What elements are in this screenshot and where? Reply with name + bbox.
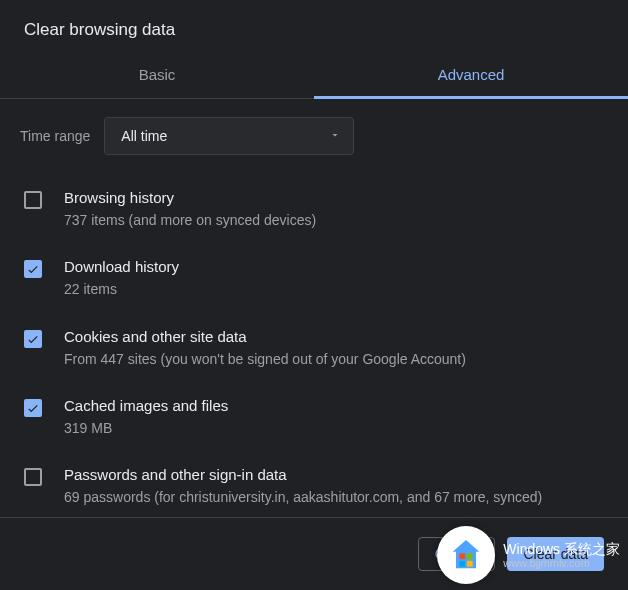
option-sub: 319 MB [64,418,604,438]
option-passwords[interactable]: Passwords and other sign-in data 69 pass… [20,456,608,517]
tab-basic[interactable]: Basic [0,52,314,98]
checkbox-cached[interactable] [24,399,42,417]
dialog-title: Clear browsing data [0,0,628,52]
option-browsing-history[interactable]: Browsing history 737 items (and more on … [20,179,608,240]
time-range-select[interactable]: All time [104,117,354,155]
option-sub: 737 items (and more on synced devices) [64,210,604,230]
options-scroll-area[interactable]: Time range All time Browsing history 737… [0,99,628,518]
checkbox-download-history[interactable] [24,260,42,278]
option-title: Cached images and files [64,397,604,414]
time-range-row: Time range All time [20,117,608,155]
cancel-button[interactable]: Cancel [418,537,496,571]
time-range-value: All time [121,128,167,144]
dialog-footer: Cancel Clear data [0,518,628,590]
option-sub: From 447 sites (you won't be signed out … [64,349,604,369]
clear-data-button[interactable]: Clear data [507,537,604,571]
tabs: Basic Advanced [0,52,628,99]
option-cookies[interactable]: Cookies and other site data From 447 sit… [20,318,608,379]
chevron-down-icon [329,128,341,144]
time-range-label: Time range [20,128,90,144]
tab-advanced[interactable]: Advanced [314,52,628,99]
checkbox-passwords[interactable] [24,468,42,486]
checkbox-cookies[interactable] [24,330,42,348]
option-title: Cookies and other site data [64,328,604,345]
option-download-history[interactable]: Download history 22 items [20,248,608,309]
option-sub: 69 passwords (for christuniversity.in, a… [64,487,604,507]
option-sub: 22 items [64,279,604,299]
option-title: Passwords and other sign-in data [64,466,604,483]
option-cached[interactable]: Cached images and files 319 MB [20,387,608,448]
option-title: Browsing history [64,189,604,206]
clear-browsing-data-dialog: Clear browsing data Basic Advanced Time … [0,0,628,590]
option-title: Download history [64,258,604,275]
checkbox-browsing-history[interactable] [24,191,42,209]
